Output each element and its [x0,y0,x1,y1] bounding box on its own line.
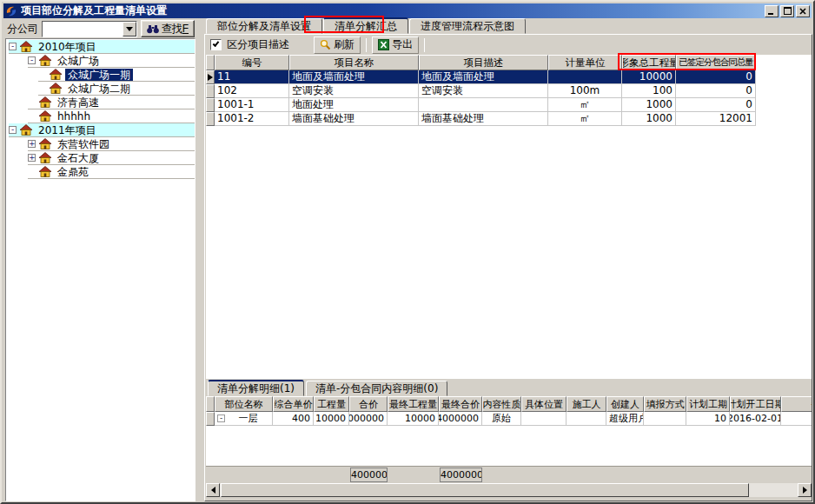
house-icon [38,138,52,149]
column-header[interactable]: 计量单位 [548,55,622,70]
tree-item-label: 众城广场二期 [65,83,133,95]
table-cell: 10000 [388,412,439,426]
search-button[interactable]: 查找F [141,20,195,37]
tree-item[interactable]: - 2010年项目 [9,40,195,54]
row-expander-icon[interactable]: - [217,414,225,422]
tree-item[interactable]: 金鼎苑 [28,165,195,179]
company-combobox-value [43,22,123,36]
table-row[interactable]: -一层400100004000000100004000000原始超级用户1020… [206,412,812,426]
tree-item[interactable]: hhhhh [28,109,195,123]
table-row[interactable]: 102空调安装空调安装100m1000 [206,84,812,98]
binoculars-icon [147,24,159,34]
summary-toolbar: 区分项目描述 刷新 导出 [205,36,812,54]
table-cell: 100 [622,84,676,98]
tree-expander-icon[interactable]: - [9,43,17,50]
tree-expander-icon[interactable]: + [28,154,36,162]
row-selector-cell[interactable] [206,70,215,84]
column-header[interactable]: 具体位置 [521,396,567,412]
bottom-tab-0[interactable]: 清单分解明细(1) [208,380,304,396]
tree-item[interactable]: + 东营软件园 [28,137,195,151]
column-header[interactable]: 内容性质 [482,396,521,412]
tab-0[interactable]: 部位分解及清单设置 [206,18,322,34]
titlebar[interactable]: 项目部位分解及工程量清单设置 [3,3,812,18]
table-cell: 墙面基础处理 [419,112,548,126]
column-header[interactable]: 创建人 [606,396,644,412]
tree-expander-icon[interactable]: - [9,126,17,134]
column-header[interactable]: 计划工期 [686,396,730,412]
bottom-tab-1[interactable]: 清单-分包合同内容明细(0) [306,381,447,396]
column-header[interactable]: 形象总工程量 [622,55,676,70]
scroll-left-button[interactable] [206,483,220,497]
toolbar-separator [366,38,367,52]
table-cell [548,70,622,84]
horizontal-scrollbar[interactable] [206,483,812,497]
chevron-down-icon [126,27,133,31]
tree-item[interactable]: 众城广场一期 [38,68,195,82]
row-selector-cell[interactable] [206,98,215,112]
table-cell: 空调安装 [419,84,548,98]
table-cell: 原始 [482,412,521,426]
scroll-right-button[interactable] [798,483,812,497]
tree-item[interactable]: + 金石大厦 [28,151,195,165]
table-row[interactable]: 1001-1地面处理㎡10000 [206,98,812,112]
tab-1[interactable]: 清单分解汇总 [323,17,408,34]
house-icon [38,55,52,66]
column-header[interactable]: 已签定分包合同总量 [676,55,756,70]
table-cell: 10000 [622,70,676,84]
close-button[interactable] [796,5,810,17]
column-header[interactable]: 项目描述 [419,55,548,70]
column-header[interactable]: 部位名称 [215,396,273,412]
grid-header-row: 部位名称综合单价工程量合价最终工程量最终合价内容性质具体位置施工人创建人填报方式… [206,396,812,412]
maximize-button[interactable] [780,5,794,17]
tree-item[interactable]: 济青高速 [28,96,195,109]
company-combobox[interactable] [42,21,137,37]
scrollbar-thumb[interactable] [221,483,749,497]
toolbar-separator [424,38,425,52]
table-cell: 4000000 [439,412,482,426]
table-cell: 地面及墙面处理 [289,70,419,84]
tree-item[interactable]: 众城广场二期 [38,82,195,96]
detail-tab-strip: 清单分解明细(1)清单-分包合同内容明细(0) [206,379,812,396]
tab-2[interactable]: 进度管理流程示意图 [409,18,526,34]
row-selector-cell[interactable] [206,112,215,126]
main-tab-strip: 部位分解及清单设置清单分解汇总进度管理流程示意图 [206,17,809,34]
minimize-button[interactable] [765,5,779,17]
table-cell: 4000000 [349,412,388,426]
column-header[interactable]: 施工人 [567,396,606,412]
table-row[interactable]: 11地面及墙面处理地面及墙面处理100000 [206,70,812,84]
column-header[interactable]: 备 [781,396,812,412]
table-row[interactable]: 1001-2墙面基础处理墙面基础处理㎡100012001 [206,112,812,126]
tree-expander-icon[interactable]: + [28,140,36,148]
table-cell: 0 [676,98,756,112]
arrow-left-icon [211,487,215,494]
column-header[interactable]: 计划开工日期 [730,396,781,412]
refresh-button[interactable]: 刷新 [314,36,361,54]
app-window: 项目部位分解及工程量清单设置 分公司 [0,0,815,504]
column-header[interactable]: 最终合价 [439,396,482,412]
house-icon [38,110,52,122]
column-header[interactable]: 最终工程量 [388,396,439,412]
check-icon [213,40,220,47]
tree-item[interactable]: - 2011年项目 [9,123,195,137]
house-icon [49,69,63,80]
column-header[interactable]: 综合单价 [273,396,314,412]
column-header[interactable]: 编号 [215,55,289,70]
row-selector-cell[interactable] [206,412,215,426]
column-header[interactable]: 项目名称 [289,55,419,70]
distinguish-description-checkbox[interactable] [210,39,222,50]
column-header[interactable]: 合价 [349,396,388,412]
table-cell: 地面处理 [289,98,419,112]
combobox-dropdown-button[interactable] [123,22,136,36]
row-selector-cell[interactable] [206,84,215,98]
export-button[interactable]: 导出 [372,36,419,54]
column-header[interactable]: 填报方式 [644,396,686,412]
house-icon [19,41,33,52]
house-icon [49,83,63,94]
column-header[interactable]: 工程量 [314,396,349,412]
tree-expander-icon[interactable]: - [28,56,36,64]
tree-item[interactable]: - 众城广场 [28,54,195,68]
table-cell [567,412,606,426]
tree-item-label: 金鼎苑 [55,166,91,178]
project-tree: - 2010年项目 - 众城广场 [5,38,195,501]
table-cell: ㎡ [548,98,622,112]
